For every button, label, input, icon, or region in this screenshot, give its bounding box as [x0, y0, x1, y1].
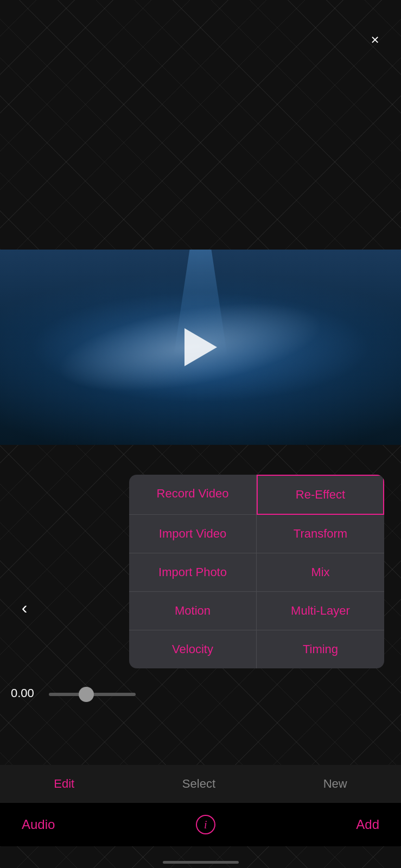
menu-item-timing[interactable]: Timing — [257, 630, 384, 668]
play-button[interactable] — [184, 328, 217, 366]
menu-grid: Record Video Re-Effect Import Video Tran… — [129, 475, 384, 668]
toolbar-item-new[interactable]: New — [313, 771, 358, 796]
audio-button[interactable]: Audio — [22, 817, 55, 832]
timeline-value: 0.00 — [11, 686, 34, 700]
video-preview — [0, 250, 401, 445]
bottom-action-bar: Audio i Add — [0, 803, 401, 846]
menu-item-multi-layer[interactable]: Multi-Layer — [257, 592, 384, 630]
menu-item-re-effect[interactable]: Re-Effect — [257, 475, 384, 515]
toolbar-item-edit[interactable]: Edit — [43, 771, 85, 796]
close-button[interactable]: × — [365, 30, 385, 49]
menu-item-record-video[interactable]: Record Video — [129, 475, 257, 515]
menu-item-velocity[interactable]: Velocity — [129, 630, 257, 668]
menu-item-mix[interactable]: Mix — [257, 553, 384, 592]
chevron-left-button[interactable]: ‹ — [11, 594, 38, 621]
add-button[interactable]: Add — [356, 817, 379, 832]
bottom-toolbar: Edit Select New — [0, 765, 401, 803]
popup-menu: Record Video Re-Effect Import Video Tran… — [129, 475, 384, 668]
timeline-thumb[interactable] — [79, 687, 94, 702]
home-indicator — [163, 861, 239, 864]
menu-item-transform[interactable]: Transform — [257, 515, 384, 553]
toolbar-item-select[interactable]: Select — [171, 771, 226, 796]
top-grid-area — [0, 0, 401, 250]
menu-item-import-video[interactable]: Import Video — [129, 515, 257, 553]
info-button[interactable]: i — [196, 815, 215, 834]
menu-item-import-photo[interactable]: Import Photo — [129, 553, 257, 592]
menu-item-motion[interactable]: Motion — [129, 592, 257, 630]
timeline-slider[interactable] — [49, 693, 136, 696]
